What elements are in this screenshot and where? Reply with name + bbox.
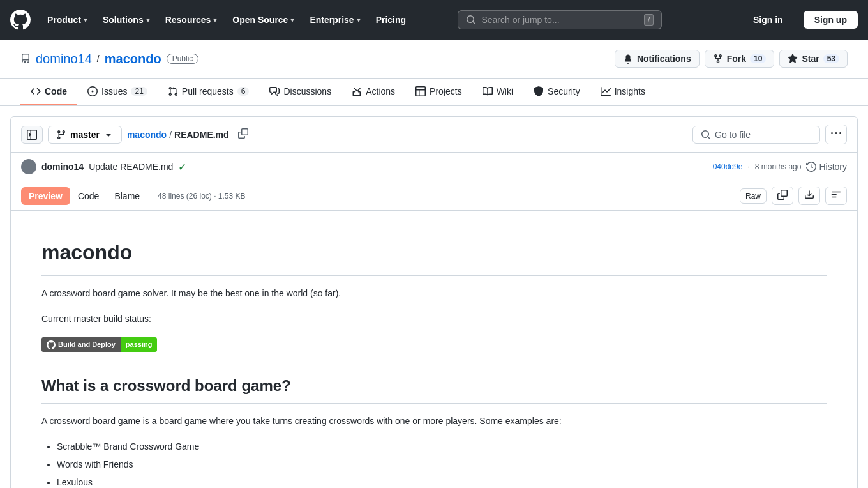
list-item: Words with Friends <box>57 457 827 473</box>
repo-header: domino14 / macondo Public Notifications … <box>0 40 868 79</box>
wiki-icon <box>483 86 493 96</box>
build-badge: Build and Deploy passing <box>41 337 157 353</box>
fork-count: 10 <box>750 54 766 63</box>
tab-wiki[interactable]: Wiki <box>472 79 523 105</box>
preview-tab[interactable]: Preview <box>21 187 70 205</box>
nav-resources[interactable]: Resources ▾ <box>159 10 224 30</box>
tab-issues[interactable]: Issues 21 <box>77 79 158 105</box>
main-header: Product ▾ Solutions ▾ Resources ▾ Open S… <box>0 0 868 40</box>
tab-insights[interactable]: Insights <box>590 79 655 105</box>
sign-up-button[interactable]: Sign up <box>804 11 858 29</box>
projects-icon <box>415 86 426 96</box>
commit-hash-link[interactable]: 040dd9e <box>713 162 743 171</box>
star-icon <box>788 54 798 64</box>
search-icon <box>466 15 476 25</box>
tab-code[interactable]: Code <box>20 79 77 105</box>
branch-icon <box>56 130 66 140</box>
repo-name-link[interactable]: macondo <box>105 52 161 66</box>
jump-to-line-button[interactable] <box>825 187 847 205</box>
repo-actions: Notifications Fork 10 Star 53 <box>615 50 848 68</box>
header-right-actions: Sign in Sign up <box>743 11 858 29</box>
badge-github-icon <box>47 340 56 349</box>
commit-author[interactable]: domino14 <box>41 162 84 172</box>
tab-security[interactable]: Security <box>523 79 590 105</box>
more-icon <box>831 128 841 139</box>
breadcrumb-separator: / <box>169 130 172 140</box>
fork-button[interactable]: Fork 10 <box>705 50 775 68</box>
code-icon <box>31 86 41 96</box>
nav-product[interactable]: Product ▾ <box>41 10 94 30</box>
github-logo[interactable] <box>10 10 31 30</box>
sign-in-button[interactable]: Sign in <box>743 11 793 28</box>
raw-button[interactable]: Raw <box>740 188 767 204</box>
header-search-container: Search or jump to... / <box>458 10 662 29</box>
lines-icon <box>831 190 841 200</box>
search-box[interactable]: Search or jump to... / <box>458 10 662 29</box>
issues-count: 21 <box>131 87 147 96</box>
branch-selector[interactable]: master <box>48 126 122 144</box>
build-badge-container: Build and Deploy passing <box>41 337 827 353</box>
search-icon <box>701 130 711 140</box>
commit-time: 8 months ago <box>755 162 802 171</box>
goto-file-button[interactable]: Go to file <box>692 126 820 144</box>
nav-solutions[interactable]: Solutions ▾ <box>96 10 156 30</box>
nav-pricing[interactable]: Pricing <box>370 10 412 30</box>
insights-icon <box>601 86 611 96</box>
file-meta: 48 lines (26 loc) · 1.53 KB <box>158 192 245 201</box>
list-item: Lexulous <box>57 475 827 488</box>
tab-pull-requests[interactable]: Pull requests 6 <box>158 79 260 105</box>
badge-left: Build and Deploy <box>41 337 121 353</box>
copy-path-button[interactable] <box>234 126 252 143</box>
breadcrumb-repo-link[interactable]: macondo <box>127 130 167 140</box>
issue-icon <box>87 86 98 96</box>
tab-discussions[interactable]: Discussions <box>259 79 341 105</box>
commit-bar: domino14 Update README.md ✓ 040dd9e · 8 … <box>11 153 857 181</box>
readme-description: A crossword board game solver. It may be… <box>41 286 827 301</box>
pr-icon <box>168 86 178 96</box>
nav-open-source[interactable]: Open Source ▾ <box>226 10 301 30</box>
section-text: A crossword board game is a board game w… <box>41 414 827 429</box>
star-button[interactable]: Star 53 <box>779 50 848 68</box>
code-tab[interactable]: Code <box>70 187 107 205</box>
tab-actions[interactable]: Actions <box>341 79 405 105</box>
commit-dot: · <box>747 162 749 171</box>
main-nav: Product ▾ Solutions ▾ Resources ▾ Open S… <box>41 10 412 30</box>
repo-tabs: Code Issues 21 Pull requests 6 Discussio… <box>0 79 868 106</box>
file-view-tabs: Preview Code Blame 48 lines (26 loc) · 1… <box>11 181 857 211</box>
star-count: 53 <box>823 54 839 63</box>
history-icon <box>806 162 816 172</box>
readme-title: macondo <box>41 236 827 276</box>
download-button[interactable] <box>798 187 820 205</box>
security-icon <box>534 86 544 96</box>
avatar-placeholder <box>21 159 36 174</box>
actions-icon <box>352 86 362 96</box>
examples-list: Scrabble™ Brand Crossword Game Words wit… <box>57 439 827 488</box>
breadcrumb-file: README.md <box>174 130 229 140</box>
more-options-button[interactable] <box>825 125 847 144</box>
chevron-down-icon: ▾ <box>146 16 150 24</box>
build-status-text: Current master build status: <box>41 312 827 327</box>
tab-projects[interactable]: Projects <box>405 79 472 105</box>
repo-owner-link[interactable]: domino14 <box>36 52 92 66</box>
history-link[interactable]: History <box>806 162 847 172</box>
nav-enterprise[interactable]: Enterprise ▾ <box>303 10 366 30</box>
commit-info: 040dd9e · 8 months ago <box>713 162 802 171</box>
breadcrumb-separator: / <box>97 54 100 64</box>
readme-content: macondo A crossword board game solver. I… <box>11 211 857 488</box>
sidebar-toggle-button[interactable] <box>21 126 43 144</box>
chevron-down-icon: ▾ <box>213 16 217 24</box>
badge-right: passing <box>121 337 158 353</box>
notifications-button[interactable]: Notifications <box>615 50 700 68</box>
blame-tab[interactable]: Blame <box>107 187 147 205</box>
sidebar-icon <box>27 130 37 140</box>
chevron-down-icon <box>103 130 114 140</box>
search-shortcut: / <box>644 14 654 26</box>
copy-icon <box>238 128 248 139</box>
repo-icon <box>20 54 31 64</box>
chevron-down-icon: ▾ <box>290 16 294 24</box>
download-icon <box>804 190 814 200</box>
bell-icon <box>623 54 633 64</box>
file-container: master macondo / README.md Go to file <box>10 116 858 488</box>
copy-raw-button[interactable] <box>772 187 793 205</box>
section-title: What is a crossword board game? <box>41 374 827 404</box>
